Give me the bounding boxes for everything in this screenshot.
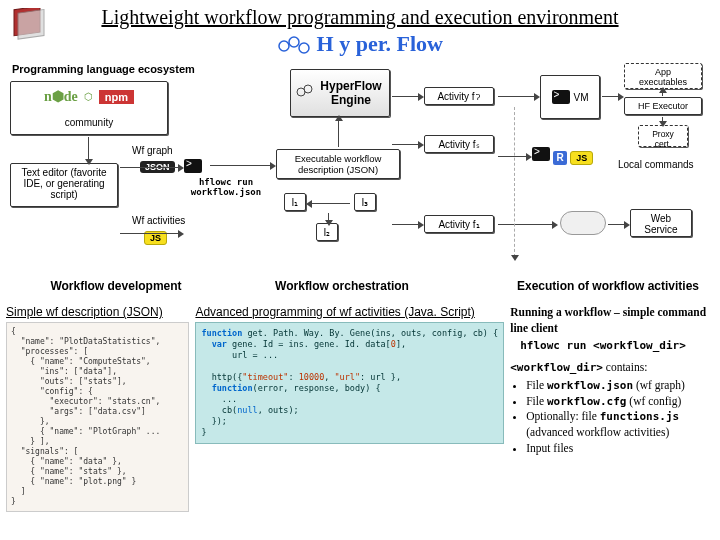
ecosystem-box: n⬢de ⬡ npm community <box>10 81 168 135</box>
run-contents-list: File workflow.json (wf graph) File workf… <box>510 378 714 457</box>
json-code-title: Simple wf description (JSON) <box>6 305 189 319</box>
terminal-icon-local <box>532 147 550 161</box>
arrow-local <box>498 156 528 157</box>
arrow-2 <box>120 167 180 168</box>
col3-footer: Execution of workflow activities <box>508 279 708 293</box>
web-service-box: Web Service <box>630 209 692 237</box>
hex-icon: ⬡ <box>84 91 93 102</box>
dashed-separator <box>514 107 515 257</box>
web-cloud <box>560 211 606 237</box>
hf-executor-box: HF Executor <box>624 97 702 115</box>
arrow-i2 <box>328 213 329 222</box>
arrow-exec-up <box>662 91 663 96</box>
hyperflow-brand: H y per. Flow <box>0 31 720 61</box>
run-command: hflowc run <workflow_dir> <box>520 339 714 354</box>
js-code-block: function get. Path. Way. By. Gene(ins, o… <box>195 322 504 444</box>
app-logo-icon <box>12 8 48 44</box>
list-item: Input files <box>526 441 714 457</box>
page-title: Lightweight workflow programming and exe… <box>0 0 720 31</box>
wf-activities-label: Wf activities <box>132 215 185 226</box>
arrow-act-fc <box>392 96 420 97</box>
svg-point-4 <box>299 43 309 53</box>
arrow-act-fs <box>392 144 420 145</box>
arrow-engine-up <box>338 119 339 147</box>
activity-fc-box: Activity fॽ <box>424 87 494 105</box>
cloud-icon <box>560 211 606 235</box>
run-heading: Running a workflow – simple command line… <box>510 305 714 336</box>
run-dir-line: <workflow_dir> contains: <box>510 360 714 376</box>
community-label: community <box>16 117 162 128</box>
js-code-column: Advanced programming of wf activities (J… <box>195 305 504 512</box>
architecture-diagram: Programming language ecosystem n⬢de ⬡ np… <box>4 63 716 301</box>
list-item: File workflow.json (wf graph) <box>526 378 714 394</box>
run-workflow-column: Running a workflow – simple command line… <box>510 305 714 512</box>
proxy-cert-box: Proxy cert. <box>638 125 688 147</box>
svg-point-2 <box>279 41 289 51</box>
arrow-1 <box>88 137 89 161</box>
col1-heading: Programming language ecosystem <box>12 63 195 75</box>
svg-rect-1 <box>18 10 44 40</box>
arrow-vm-right <box>602 96 620 97</box>
local-cmds-label: Local commands <box>618 159 694 170</box>
svg-point-6 <box>304 85 312 93</box>
app-exec-box: App executables <box>624 63 702 89</box>
terminal-icon <box>184 159 202 173</box>
js-code-title: Advanced programming of wf activities (J… <box>195 305 504 319</box>
arrow-3 <box>120 233 180 234</box>
arrow-vm <box>498 96 536 97</box>
arrow-ws2 <box>608 224 626 225</box>
list-item: File workflow.cfg (wf config) <box>526 394 714 410</box>
arrow-i1i3 <box>310 203 350 204</box>
arrow-ws1 <box>498 224 554 225</box>
json-code-column: Simple wf description (JSON) { "name": "… <box>6 305 189 512</box>
terminal-icon-vm <box>552 90 570 104</box>
cog-cluster-icon <box>277 31 317 56</box>
arrow-to-exec <box>210 165 272 166</box>
json-code-block: { "name": "PlotDataStatistics", "process… <box>6 322 189 512</box>
col1-footer: Workflow development <box>26 279 206 293</box>
exec-wf-desc-box: Executable workflow description (JSON) <box>276 149 400 179</box>
list-item: Optionally: file functions.js (advanced … <box>526 409 714 440</box>
svg-point-3 <box>289 37 299 47</box>
activity-f1-box: Activity f₁ <box>424 215 494 233</box>
r-lang-icon: R <box>553 151 567 165</box>
nodejs-icon: n⬢de <box>44 88 78 105</box>
vm-box: VM <box>540 75 600 119</box>
hflowc-cmd: hflowc run workflow.json <box>182 177 270 197</box>
col2-footer: Workflow orchestration <box>272 279 412 293</box>
js-badge-2: JS <box>570 151 593 165</box>
i1-box: I₁ <box>284 193 306 211</box>
wf-graph-label: Wf graph <box>132 145 173 156</box>
arrow-cert-down <box>662 117 663 123</box>
activity-fs-box: Activity fₛ <box>424 135 494 153</box>
local-cmd-icons: R JS <box>532 147 593 165</box>
npm-icon: npm <box>99 90 134 104</box>
text-editor-box: Text editor (favorite IDE, or generating… <box>10 163 118 207</box>
arrow-act-f1 <box>392 224 420 225</box>
hyperflow-engine-box: HyperFlow Engine <box>290 69 390 117</box>
i3-box: I₃ <box>354 193 376 211</box>
cog-icon <box>296 83 314 104</box>
